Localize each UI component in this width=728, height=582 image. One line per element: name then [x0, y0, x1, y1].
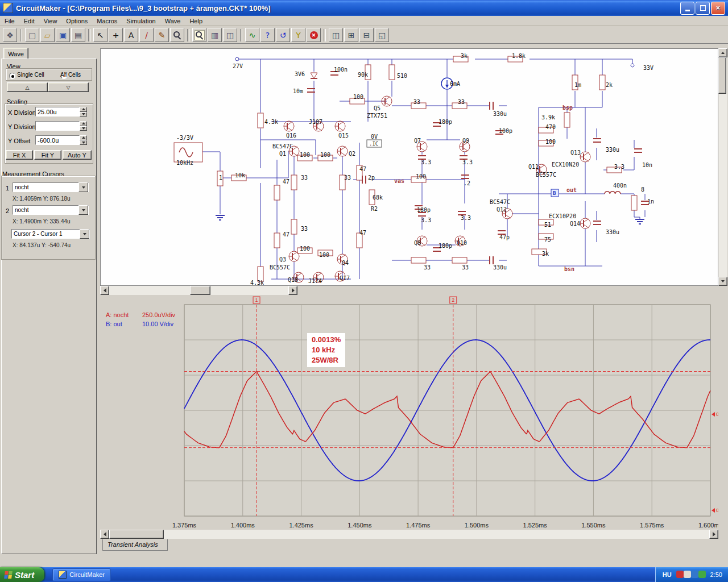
minimize-button[interactable] — [680, 2, 694, 15]
schematic-label: Q12 — [497, 207, 507, 213]
vscroll-thumb[interactable] — [718, 57, 726, 94]
y-offset-spinner[interactable] — [80, 135, 87, 145]
y-division-input[interactable] — [35, 121, 80, 131]
delete-tool-button[interactable]: ∕ — [139, 28, 154, 42]
schematic-label: Q13 — [570, 150, 581, 156]
wave-scroll-left-button[interactable] — [100, 530, 109, 539]
schematic-label: 33 — [413, 99, 420, 105]
part-browser-button[interactable]: ❖ — [3, 28, 17, 42]
split-view-button[interactable]: ◫ — [223, 28, 237, 42]
y-division-spinner[interactable] — [80, 121, 87, 131]
language-indicator[interactable]: HU — [663, 571, 672, 578]
x-division-label: X Division — [8, 109, 36, 116]
probe-tool-button[interactable]: ✎ — [155, 28, 169, 42]
cursor2-source-select[interactable]: nocht — [13, 205, 89, 215]
cursor-diff-select[interactable]: Cursor 2 - Cursor 1 — [11, 229, 90, 239]
menu-edit[interactable]: Edit — [19, 16, 39, 26]
schematic-hscrollbar[interactable] — [100, 286, 297, 295]
auto-y-button[interactable]: Auto Y — [63, 150, 92, 160]
print-button[interactable]: ▤ — [71, 28, 85, 42]
schematic-label: Q9 — [462, 138, 469, 144]
toolbar-separator — [324, 29, 326, 41]
y-offset-input[interactable] — [35, 135, 80, 145]
x-division-input[interactable] — [35, 107, 80, 117]
menu-options[interactable]: Options — [61, 16, 92, 26]
menu-wave[interactable]: Wave — [160, 16, 185, 26]
schematic-label: bsp — [562, 105, 573, 111]
scroll-down-arrow[interactable] — [718, 277, 727, 286]
schematic-canvas[interactable]: .ICB 27V3V6100n90k5103k1.8k33V10m6mA1m2k… — [100, 48, 718, 286]
menu-view[interactable]: View — [39, 16, 62, 26]
wave-window-1-button[interactable]: ◫ — [329, 28, 343, 42]
schematic-vscrollbar[interactable] — [718, 48, 727, 286]
wave-window-3-button[interactable]: ⊟ — [359, 28, 374, 42]
wire-tool-button[interactable]: + — [109, 28, 123, 42]
save-file-button[interactable]: ▣ — [56, 28, 70, 42]
tray-icons — [676, 571, 706, 579]
fit-x-button[interactable]: Fit X — [6, 150, 33, 160]
display-icon[interactable] — [691, 571, 698, 578]
scroll-right-button[interactable] — [288, 286, 297, 295]
wave-window-2-button[interactable]: ⊞ — [344, 28, 358, 42]
title-bar[interactable]: CircuitMaker - [C:\Program Files\...\9_3… — [0, 0, 728, 16]
app-icon — [3, 3, 13, 13]
zoom-sheet-button[interactable] — [192, 28, 206, 42]
restore-button[interactable] — [696, 2, 710, 15]
tab-wave[interactable]: Wave — [3, 48, 28, 59]
wave-scroll-right-button[interactable] — [709, 530, 718, 539]
scroll-down-button[interactable]: ▽ — [48, 82, 89, 92]
reset-simulation-button[interactable]: ↺ — [276, 28, 290, 42]
waveform-pane[interactable]: 121.375ms1.400ms1.425ms1.450ms1.475ms1.5… — [100, 296, 718, 530]
new-file-button[interactable]: ▢ — [25, 28, 39, 42]
select-tool-button[interactable]: ↖ — [93, 28, 107, 42]
text-tool-button[interactable]: A — [124, 28, 138, 42]
zoom-tool-button[interactable] — [170, 28, 184, 42]
hscroll-thumb[interactable] — [190, 286, 210, 295]
probe-y-button[interactable]: Y — [291, 28, 305, 42]
fit-y-button[interactable]: Fit Y — [34, 150, 61, 160]
tab-transient-analysis[interactable]: Transient Analysis — [102, 539, 168, 551]
menu-simulation[interactable]: Simulation — [122, 16, 160, 26]
schematic-label: BC547C — [272, 144, 293, 149]
schematic-label: 33 — [301, 175, 308, 181]
schematic-label: ZTX751 — [367, 113, 387, 119]
stop-simulation-button[interactable]: ✕ — [307, 28, 321, 42]
scroll-left-button[interactable] — [100, 286, 109, 295]
volume-icon[interactable] — [684, 571, 691, 578]
radio-single-cell[interactable] — [9, 73, 15, 79]
taskbar-task-circuitmaker[interactable]: CircuitMaker — [52, 568, 111, 581]
taskbar-clock[interactable]: 2:50 — [710, 571, 722, 578]
antivirus-icon[interactable] — [676, 571, 684, 578]
menu-file[interactable]: File — [0, 16, 19, 26]
wave-hscroll-thumb[interactable] — [109, 530, 164, 539]
messenger-icon[interactable] — [698, 571, 706, 578]
menu-macros[interactable]: Macros — [92, 16, 122, 26]
schematic-label: 68k — [373, 195, 383, 201]
start-button[interactable]: Start — [0, 567, 44, 582]
schematic-label: 3.3 — [421, 218, 431, 223]
help-tool-button[interactable]: ? — [260, 28, 275, 42]
schematic-label: vas — [394, 178, 404, 184]
schematic-label: 33 — [458, 99, 465, 105]
wave-window-4-button[interactable]: ◱ — [375, 28, 389, 42]
scroll-up-button[interactable]: △ — [7, 82, 48, 92]
legend-entry: B: out10.00 V/div — [106, 321, 175, 327]
analog-digital-button[interactable]: ∿ — [245, 28, 259, 42]
menu-help[interactable]: Help — [185, 16, 207, 26]
open-file-button[interactable]: ▱ — [40, 28, 55, 42]
close-button[interactable]: × — [711, 2, 725, 15]
probe-y-icon: Y — [296, 31, 301, 39]
fit-to-page-button[interactable]: ▥ — [208, 28, 222, 42]
toolbar-separator — [20, 29, 22, 41]
annotation-line: 10 kHz — [312, 345, 341, 355]
cursor-diff-dropdown-arrow[interactable] — [80, 229, 89, 239]
waveform-hscrollbar[interactable] — [100, 530, 718, 539]
scroll-up-arrow[interactable] — [718, 48, 727, 57]
x-division-spinner[interactable] — [80, 107, 87, 117]
waveform-plot[interactable]: 121.375ms1.400ms1.425ms1.450ms1.475ms1.5… — [100, 296, 718, 530]
cursor2-dropdown-arrow[interactable] — [78, 205, 88, 215]
cursor1-dropdown-arrow[interactable] — [78, 182, 88, 192]
cursor1-source-select[interactable]: nocht — [13, 182, 89, 192]
wave-tab-label: Wave — [8, 51, 24, 57]
pane-splitter[interactable] — [297, 286, 718, 296]
